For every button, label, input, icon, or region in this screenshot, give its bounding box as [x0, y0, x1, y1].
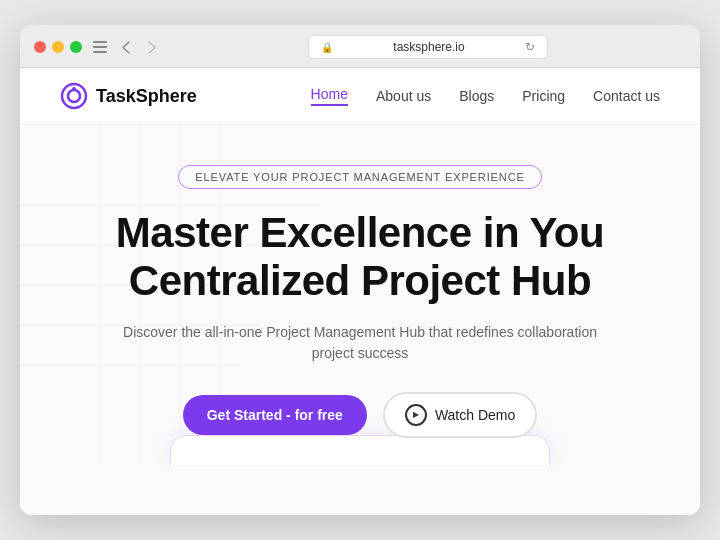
- browser-window: 🔒 tasksphere.io ↻ TaskSphere Home About …: [20, 25, 700, 515]
- hero-badge: ELEVATE YOUR PROJECT MANAGEMENT EXPERIEN…: [178, 165, 541, 189]
- svg-rect-1: [93, 46, 107, 48]
- url-text: tasksphere.io: [339, 40, 519, 54]
- hero-section: ELEVATE YOUR PROJECT MANAGEMENT EXPERIEN…: [20, 125, 700, 465]
- bottom-preview-card: [170, 435, 550, 465]
- nav-contact[interactable]: Contact us: [593, 88, 660, 104]
- close-button[interactable]: [34, 41, 46, 53]
- svg-point-4: [68, 90, 80, 102]
- minimize-button[interactable]: [52, 41, 64, 53]
- svg-rect-2: [93, 51, 107, 53]
- hero-title: Master Excellence in You Centralized Pro…: [60, 209, 660, 306]
- forward-button[interactable]: [144, 39, 160, 55]
- watch-demo-button[interactable]: ▶ Watch Demo: [383, 392, 537, 438]
- play-icon: ▶: [405, 404, 427, 426]
- address-bar[interactable]: 🔒 tasksphere.io ↻: [308, 35, 548, 59]
- nav-home[interactable]: Home: [311, 86, 348, 106]
- svg-rect-0: [93, 41, 107, 43]
- logo-area: TaskSphere: [60, 82, 197, 110]
- back-button[interactable]: [118, 39, 134, 55]
- sidebar-icon[interactable]: [92, 39, 108, 55]
- address-bar-container: 🔒 tasksphere.io ↻: [170, 35, 686, 59]
- browser-chrome: 🔒 tasksphere.io ↻: [20, 25, 700, 68]
- website-content: TaskSphere Home About us Blogs Pricing C…: [20, 68, 700, 515]
- nav-blogs[interactable]: Blogs: [459, 88, 494, 104]
- traffic-lights: [34, 41, 82, 53]
- logo-icon: [60, 82, 88, 110]
- nav-links: Home About us Blogs Pricing Contact us: [311, 86, 660, 106]
- site-navigation: TaskSphere Home About us Blogs Pricing C…: [20, 68, 700, 125]
- hero-subtitle: Discover the all-in-one Project Manageme…: [120, 322, 600, 364]
- logo-text: TaskSphere: [96, 86, 197, 107]
- refresh-icon[interactable]: ↻: [525, 40, 535, 54]
- cta-buttons: Get Started - for free ▶ Watch Demo: [60, 392, 660, 438]
- lock-icon: 🔒: [321, 42, 333, 53]
- svg-point-5: [72, 87, 76, 91]
- nav-about[interactable]: About us: [376, 88, 431, 104]
- maximize-button[interactable]: [70, 41, 82, 53]
- hero-content: ELEVATE YOUR PROJECT MANAGEMENT EXPERIEN…: [60, 165, 660, 438]
- nav-pricing[interactable]: Pricing: [522, 88, 565, 104]
- get-started-button[interactable]: Get Started - for free: [183, 395, 367, 435]
